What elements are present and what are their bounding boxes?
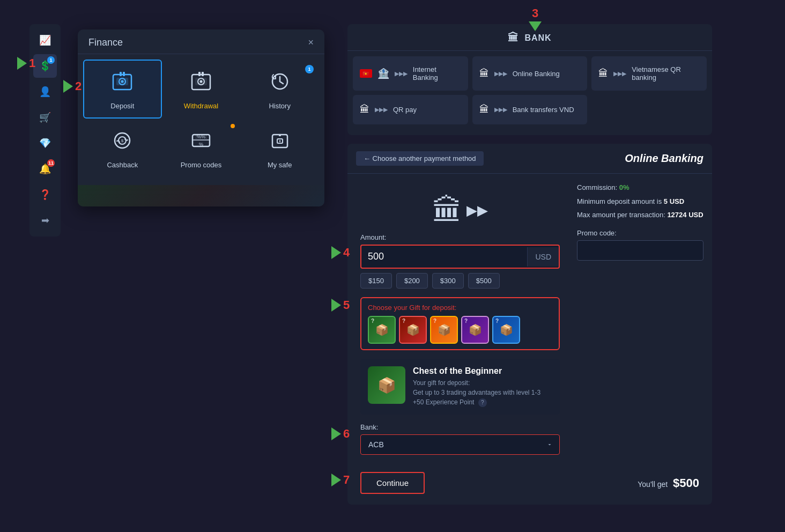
internet-banking-label: Internet Banking <box>413 65 461 82</box>
gift-box-2[interactable]: 📦 ? <box>399 316 427 344</box>
arrow-icon: ▶▶▶ <box>395 70 408 77</box>
finance-item-cashback[interactable]: $ Cashback <box>83 119 162 178</box>
back-button[interactable]: ← Choose another payment method <box>356 151 484 166</box>
svg-point-3 <box>121 80 124 83</box>
ob-right: Commission: 0% Minimum deposit amount is… <box>564 182 703 463</box>
finance-modal-title: Finance <box>88 37 123 48</box>
finance-item-deposit[interactable]: Deposit <box>83 60 162 119</box>
min-deposit-text: Minimum deposit amount is 5 USD <box>577 196 703 207</box>
ob-left: 🏛 ▶▶ Amount: USD $150 $200 $300 $500 <box>356 182 564 463</box>
online-banking-label: Online Banking <box>513 70 560 78</box>
svg-text:$: $ <box>121 138 124 143</box>
svg-rect-11 <box>202 72 204 76</box>
step5-indicator: 5 <box>343 298 350 312</box>
finance-badge: 1 <box>47 56 55 64</box>
youll-get: You'll get $500 <box>638 476 699 490</box>
gift-items: 📦 ? 📦 ? 📦 ? 📦 ? <box>368 316 552 344</box>
bank-header-icon: 🏛 <box>508 32 519 44</box>
promo-icon: % :%%: <box>190 129 212 157</box>
finance-item-promo[interactable]: % :%%: Promo codes <box>162 119 241 178</box>
gift-box-4[interactable]: 📦 ? <box>461 316 489 344</box>
transfers-icon: 🏛 <box>479 104 489 115</box>
ob-panel-header: ← Choose another payment method Online B… <box>347 144 712 174</box>
bank-label: Bank: <box>360 423 560 431</box>
quick-500[interactable]: $500 <box>468 273 500 289</box>
sidebar-item-help[interactable]: ❓ <box>33 183 57 206</box>
cashback-icon: $ <box>111 129 134 157</box>
finance-modal-close[interactable]: × <box>308 37 314 48</box>
bank-item-internet-banking[interactable]: 🇻🇳 🏦 ▶▶▶ Internet Banking <box>353 56 468 91</box>
continue-button[interactable]: Continue <box>360 472 425 494</box>
promo-dot <box>231 124 235 128</box>
quick-300[interactable]: $300 <box>432 273 464 289</box>
bank-panel: 🏛 BANK 🇻🇳 🏦 ▶▶▶ Internet Banking 🏛 ▶▶▶ O… <box>347 24 712 135</box>
gift-box-3[interactable]: 📦 ? <box>430 316 458 344</box>
chest-title: Chest of the Beginner <box>413 366 540 376</box>
finance-item-mysafe[interactable]: My safe <box>240 119 319 178</box>
sidebar-item-user[interactable]: 👤 <box>33 80 57 104</box>
youll-get-value: $500 <box>673 476 699 490</box>
bank-item-transfers[interactable]: 🏛 ▶▶▶ Bank transfers VND <box>472 95 588 124</box>
history-badge: 1 <box>305 65 314 73</box>
svg-point-21 <box>279 141 280 142</box>
commission-text: Commission: 0% <box>577 182 703 193</box>
svg-text:%: % <box>199 142 203 147</box>
amount-label: Amount: <box>360 233 560 241</box>
quick-150[interactable]: $150 <box>360 273 392 289</box>
sidebar-item-cart[interactable]: 🛒 <box>33 106 57 129</box>
svg-rect-22 <box>279 134 281 136</box>
withdrawal-label: Withdrawal <box>184 102 218 110</box>
amount-input[interactable] <box>361 246 527 268</box>
arrow-icon4: ▶▶▶ <box>375 106 388 113</box>
bank-item-online-banking[interactable]: 🏛 ▶▶▶ Online Banking <box>472 56 588 91</box>
finance-modal: Finance × Deposit <box>78 29 324 206</box>
arrow-icon5: ▶▶▶ <box>494 106 507 113</box>
svg-rect-10 <box>198 72 201 76</box>
chest-text: Chest of the Beginner Your gift for depo… <box>413 366 540 407</box>
amount-field: USD <box>360 245 560 269</box>
promo-input[interactable] <box>577 240 703 261</box>
finance-modal-bg <box>78 185 324 206</box>
promo-label: Promo codes <box>181 161 222 169</box>
vn-qr-icon: 🏛 <box>598 68 608 79</box>
quick-200[interactable]: $200 <box>396 273 428 289</box>
finance-item-withdrawal[interactable]: Withdrawal <box>162 60 241 119</box>
user-icon: 👤 <box>39 86 51 98</box>
sidebar-item-notifications[interactable]: 🔔 11 <box>33 157 57 181</box>
gift-box-5[interactable]: 📦 ? <box>492 316 520 344</box>
arrow-icon3: ▶▶▶ <box>613 70 626 77</box>
ob-panel: ← Choose another payment method Online B… <box>347 144 712 505</box>
bank-select[interactable]: ACB Vietcombank BIDV Techcombank Agriban… <box>360 434 560 455</box>
max-amount-text: Max amount per transaction: 12724 USD <box>577 210 703 220</box>
min-deposit-value: 5 USD <box>664 197 684 205</box>
bank-item-vn-qr[interactable]: 🏛 ▶▶▶ Vietnamese QR banking <box>591 56 707 91</box>
ob-panel-title: Online Banking <box>625 152 703 165</box>
arrows-forward-icon: ▶▶ <box>466 202 488 219</box>
bank-select-wrap: Bank: ACB Vietcombank BIDV Techcombank A… <box>360 423 560 455</box>
chest-icon-1: 📦 <box>375 323 389 336</box>
logout-icon: ➡ <box>41 215 49 226</box>
sidebar-item-finance[interactable]: 💲 1 <box>33 54 57 78</box>
promo-section: Promo code: <box>577 229 703 261</box>
diamond-icon: 💎 <box>39 137 51 149</box>
gift-box-1[interactable]: 📦 ? <box>368 316 396 344</box>
currency-label: USD <box>527 247 559 267</box>
bank-panel-title: BANK <box>524 33 551 43</box>
ob-logo: 🏛 ▶▶ <box>356 182 564 233</box>
chest-info: 📦 Chest of the Beginner Your gift for de… <box>360 359 560 415</box>
info-icon[interactable]: ? <box>478 398 487 407</box>
gift-section: Choose your Gift for deposit: 📦 ? 📦 ? 📦 <box>360 297 560 350</box>
bank-item-qr-pay[interactable]: 🏛 ▶▶▶ QR pay <box>353 95 468 124</box>
sidebar-item-chart[interactable]: 📈 <box>33 28 57 52</box>
chart-icon: 📈 <box>39 34 51 46</box>
finance-item-history[interactable]: 1 History <box>240 60 319 119</box>
chest-icon-5: 📦 <box>500 323 513 336</box>
finance-grid: Deposit Withdrawal 1 <box>78 54 324 185</box>
step2-indicator: 2 <box>75 79 82 93</box>
sidebar-item-diamond[interactable]: 💎 <box>33 131 57 155</box>
chest-desc3: +50 Experience Point ? <box>413 397 540 407</box>
notifications-badge: 11 <box>47 159 55 167</box>
sidebar-item-logout[interactable]: ➡ <box>33 209 57 232</box>
online-banking-icon: 🏛 <box>479 68 489 79</box>
mysafe-icon <box>269 129 291 157</box>
